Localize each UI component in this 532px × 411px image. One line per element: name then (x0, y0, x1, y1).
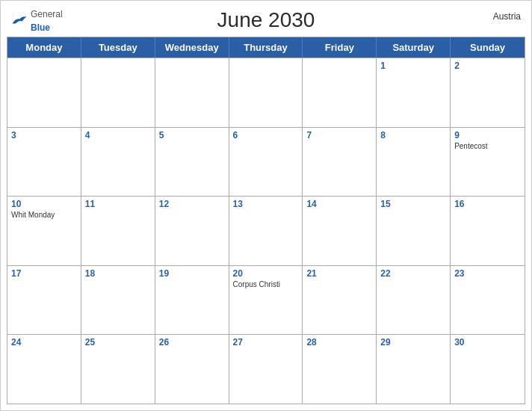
day-cell: 17 (7, 266, 81, 335)
day-number: 3 (11, 130, 77, 140)
day-number: 28 (306, 337, 372, 347)
week-row-5: 24252627282930 (7, 334, 525, 404)
week-row-4: 17181920Corpus Christi212223 (7, 265, 525, 335)
day-cell: 28 (303, 335, 377, 404)
day-header-friday: Friday (303, 37, 377, 58)
day-number: 4 (85, 130, 151, 140)
day-number: 9 (454, 130, 521, 140)
week-row-2: 3456789Pentecost (7, 127, 525, 197)
day-header-sunday: Sunday (451, 37, 525, 58)
day-number: 1 (380, 61, 446, 71)
day-cell: 13 (229, 197, 303, 265)
day-number: 18 (85, 268, 151, 279)
logo-blue: Blue (31, 22, 50, 33)
country-label: Austria (493, 11, 521, 22)
day-cell: 2 (451, 58, 525, 127)
day-number: 11 (85, 199, 151, 209)
day-cell: 14 (303, 197, 377, 265)
day-cell: 24 (7, 335, 81, 404)
day-cell: 16 (451, 197, 525, 265)
day-number: 12 (159, 199, 225, 209)
day-cell: 30 (451, 335, 525, 404)
day-cell: 9Pentecost (451, 128, 525, 197)
calendar-body: 123456789Pentecost10Whit Monday111213141… (7, 58, 525, 404)
day-cell: 5 (155, 128, 229, 197)
day-number: 17 (11, 268, 77, 279)
logo-text: General Blue (31, 7, 63, 34)
day-cell: 8 (377, 128, 451, 197)
day-header-thursday: Thursday (229, 37, 303, 58)
day-number: 20 (233, 268, 299, 279)
day-cell: 15 (377, 197, 451, 265)
day-number: 24 (11, 337, 77, 347)
day-headers-row: MondayTuesdayWednesdayThursdayFridaySatu… (7, 37, 525, 58)
day-cell: 22 (377, 266, 451, 335)
week-row-3: 10Whit Monday111213141516 (7, 196, 525, 265)
day-number: 23 (454, 268, 521, 279)
day-number: 26 (159, 337, 225, 347)
day-cell (7, 58, 81, 127)
day-cell (155, 58, 229, 127)
day-header-tuesday: Tuesday (81, 37, 155, 58)
day-number: 21 (306, 268, 372, 279)
day-number: 7 (306, 130, 372, 140)
day-cell: 19 (155, 266, 229, 335)
logo-area: General Blue (11, 7, 63, 34)
day-cell: 27 (229, 335, 303, 404)
day-header-monday: Monday (7, 37, 81, 58)
day-cell: 18 (81, 266, 155, 335)
day-cell: 26 (155, 335, 229, 404)
day-number: 15 (380, 199, 446, 209)
day-number: 6 (233, 130, 299, 140)
day-cell (303, 58, 377, 127)
day-cell: 21 (303, 266, 377, 335)
calendar-grid: MondayTuesdayWednesdayThursdayFridaySatu… (7, 37, 525, 404)
day-cell: 11 (81, 197, 155, 265)
day-number: 5 (159, 130, 225, 140)
day-cell: 12 (155, 197, 229, 265)
day-cell: 25 (81, 335, 155, 404)
day-cell: 20Corpus Christi (229, 266, 303, 335)
logo-bird-icon (11, 13, 28, 27)
day-cell: 4 (81, 128, 155, 197)
calendar-title: June 2030 (217, 8, 315, 32)
calendar-container: General Blue June 2030 Austria MondayTue… (0, 0, 532, 411)
day-number: 25 (85, 337, 151, 347)
day-number: 27 (233, 337, 299, 347)
day-number: 2 (454, 61, 521, 71)
logo-general: General (31, 9, 63, 19)
holiday-name: Corpus Christi (233, 280, 299, 288)
week-row-1: 12 (7, 58, 525, 127)
day-cell (229, 58, 303, 127)
day-number: 10 (11, 199, 77, 209)
day-cell: 29 (377, 335, 451, 404)
day-number: 16 (454, 199, 521, 209)
day-cell: 10Whit Monday (7, 197, 81, 265)
day-cell: 7 (303, 128, 377, 197)
day-number: 22 (380, 268, 446, 279)
day-number: 13 (233, 199, 299, 209)
day-cell: 1 (377, 58, 451, 127)
day-cell (81, 58, 155, 127)
day-number: 8 (380, 130, 446, 140)
day-header-saturday: Saturday (377, 37, 451, 58)
day-cell: 23 (451, 266, 525, 335)
day-number: 30 (454, 337, 521, 347)
day-number: 19 (159, 268, 225, 279)
day-number: 14 (306, 199, 372, 209)
holiday-name: Whit Monday (11, 211, 77, 219)
calendar-header: General Blue June 2030 Austria (1, 1, 531, 37)
day-header-wednesday: Wednesday (155, 37, 229, 58)
holiday-name: Pentecost (454, 142, 521, 150)
day-number: 29 (380, 337, 446, 347)
day-cell: 6 (229, 128, 303, 197)
day-cell: 3 (7, 128, 81, 197)
